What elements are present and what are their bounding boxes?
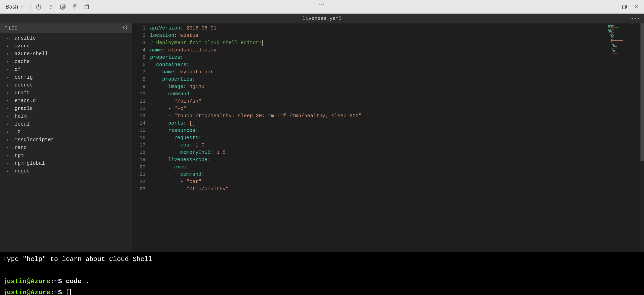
code-line[interactable]: - "/bin/sh" [150,98,644,105]
vertical-scrollbar[interactable] [640,23,644,252]
tree-item[interactable]: ▹.ansible [0,34,132,42]
file-explorer-header: FILES [0,23,132,33]
help-button[interactable] [45,1,56,12]
scrollbar-thumb[interactable] [640,23,644,161]
svg-point-1 [51,8,51,8]
line-number: 8 [139,76,146,83]
tree-item[interactable]: ▹.azure [0,42,132,50]
code-line[interactable]: cpu: 1.0 [150,141,644,149]
code-line[interactable]: requests: [150,134,644,141]
upload-download-button[interactable] [69,1,80,12]
code-line[interactable]: exec: [150,163,644,171]
code-line[interactable]: ports: [] [150,120,644,127]
tree-item[interactable]: ▹.azure-shell [0,50,132,58]
tree-item[interactable]: ▹.npm-global [0,159,132,167]
code-line[interactable]: name: cloudshelldeploy [150,46,644,54]
tree-item[interactable]: ▹.npm [0,152,132,159]
terminal-blank-line [3,265,641,276]
line-number: 4 [139,46,146,54]
tree-item-label: .ansible [12,35,36,41]
tree-item[interactable]: ▹.m2 [0,128,132,136]
minimize-button[interactable] [607,1,618,12]
chevron-right-icon: ▹ [7,75,10,79]
line-number: 19 [139,156,146,163]
tree-item[interactable]: ▹.nano [0,144,132,152]
code-editor[interactable]: 1234567891011121314151617181920212223 ap… [132,23,644,252]
tree-item[interactable]: ▹.mssqlscripter [0,136,132,144]
tree-item-label: .azure [12,43,30,49]
restore-icon [621,4,627,10]
code-line[interactable]: image: nginx [150,83,644,90]
code-line[interactable]: - "cat" [150,178,644,185]
tree-item[interactable]: ▹.nuget [0,167,132,175]
chevron-right-icon: ▹ [7,91,10,95]
drag-handle-icon[interactable]: ••• [319,2,325,7]
terminal-pane[interactable]: Type "help" to learn about Cloud Shell j… [0,252,644,295]
line-number: 20 [139,163,146,171]
line-number: 16 [139,134,146,141]
shell-selector[interactable]: Bash [2,2,28,12]
text-cursor [262,40,263,46]
terminal-line[interactable]: justin@Azure:~$ [3,287,641,295]
chevron-right-icon: ▹ [7,83,10,87]
svg-rect-5 [85,5,88,9]
code-line[interactable]: - "touch /tmp/healthy; sleep 30; rm -rf … [150,112,644,120]
code-line[interactable]: - name: mycontainer [150,68,644,76]
settings-button[interactable] [57,1,68,12]
tree-item[interactable]: ▹.draft [0,89,132,97]
code-line[interactable]: # deployment from cloud shell editor! [150,39,644,46]
tree-item[interactable]: ▹.emacs.d [0,97,132,105]
refresh-button[interactable] [123,25,127,31]
line-number: 7 [139,68,146,76]
tree-item-label: .nuget [12,168,30,174]
code-line[interactable]: apiVersion: 2018-06-01 [150,24,644,32]
terminal-cursor [67,289,71,295]
code-line[interactable]: livenessProbe: [150,156,644,163]
code-line[interactable]: command: [150,90,644,98]
line-number: 18 [139,149,146,156]
editor-menu-button[interactable]: ••• [631,16,640,21]
tree-item[interactable]: ▹.config [0,73,132,81]
terminal-line[interactable]: justin@Azure:~$ code . [3,276,641,287]
tree-item[interactable]: ▹.cf [0,66,132,73]
line-number-gutter: 1234567891011121314151617181920212223 [132,23,150,252]
code-line[interactable]: - "-c" [150,105,644,112]
tree-item[interactable]: ▹.local [0,120,132,128]
tree-item[interactable]: ▹.cache [0,58,132,66]
chevron-right-icon: ▹ [7,130,10,134]
code-line[interactable]: properties: [150,76,644,83]
tree-item[interactable]: ▹.helm [0,112,132,120]
tree-item[interactable]: ▹.dotnet [0,81,132,89]
minimap[interactable] [608,25,640,55]
code-line[interactable]: properties: [150,54,644,61]
line-number: 10 [139,90,146,98]
new-session-button[interactable] [81,1,92,12]
restart-button[interactable] [33,1,44,12]
line-number: 9 [139,83,146,90]
tree-item[interactable]: ▹.gradle [0,105,132,112]
svg-rect-7 [623,6,626,9]
code-content[interactable]: apiVersion: 2018-06-01location: westus# … [150,23,644,252]
gear-icon [60,4,66,10]
tree-item-label: .cache [12,59,30,65]
code-line[interactable]: command: [150,171,644,178]
shell-selector-label: Bash [6,4,18,10]
tree-item-label: .gradle [12,106,33,111]
maximize-button[interactable] [619,1,630,12]
code-line[interactable]: containers: [150,61,644,68]
chevron-right-icon: ▹ [7,169,10,173]
code-line[interactable]: resources: [150,127,644,134]
chevron-right-icon: ▹ [7,60,10,64]
code-line[interactable]: memoryInGB: 1.5 [150,149,644,156]
close-button[interactable] [631,1,642,12]
code-line[interactable]: location: westus [150,32,644,39]
code-line[interactable]: - "/tmp/healthy" [150,185,644,193]
close-icon [633,4,639,10]
chevron-right-icon: ▹ [7,122,10,126]
line-number: 23 [139,185,146,193]
line-number: 12 [139,105,146,112]
editor-filename: liveness.yaml [302,16,342,21]
tree-item-label: .dotnet [12,82,33,88]
refresh-icon [123,25,127,30]
file-tree[interactable]: ▹.ansible▹.azure▹.azure-shell▹.cache▹.cf… [0,33,132,252]
